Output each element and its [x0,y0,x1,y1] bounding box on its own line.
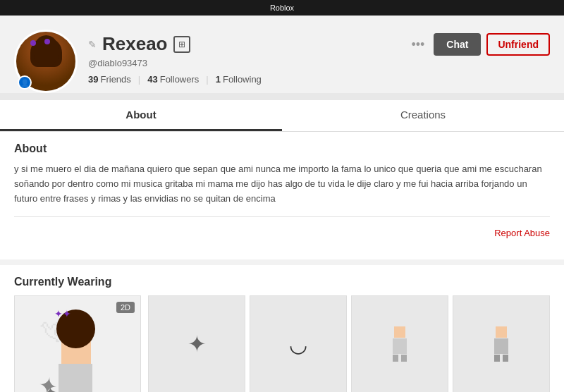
svg-rect-4 [496,326,507,338]
followers-stat[interactable]: 43 Followers [147,74,199,85]
char-accessory: ✦✦ [54,308,71,319]
avatar-container: 👤 [14,30,78,93]
about-title: About [14,142,550,155]
action-buttons: ••• Chat Unfriend [411,33,550,56]
char1-svg [386,326,414,362]
followers-count: 43 [147,74,157,85]
tab-creations[interactable]: Creations [282,100,564,131]
about-text: y si me muero el dia de mañana quiero qu… [14,162,550,206]
profile-header: 👤 ✎ Rexeao ⊞ @diablo93473 39 Friends | 4 [0,16,564,93]
following-label: Following [223,74,262,85]
stats-row: 39 Friends | 43 Followers | 1 Following [88,74,550,85]
username: Rexeao [102,33,168,55]
char-torso [59,364,92,392]
svg-rect-3 [401,355,407,362]
following-stat[interactable]: 1 Following [216,74,262,85]
wearing-grid: 2D 🕊 ✦✦ ✦ ✦ [14,295,550,392]
top-bar: Roblox [0,0,564,16]
chat-button[interactable]: Chat [434,33,481,56]
item-char2[interactable] [453,295,550,392]
svg-rect-0 [394,326,405,338]
about-section: About y si me muero el dia de mañana qui… [0,132,564,259]
unfriend-button[interactable]: Unfriend [486,33,550,56]
wearing-title: Currently Wearing [14,276,550,288]
svg-rect-6 [494,355,500,362]
online-badge: 👤 [18,75,32,90]
item-shuriken[interactable]: ✦ [148,295,245,392]
tab-about[interactable]: About [0,100,282,131]
divider2: | [206,74,208,85]
svg-rect-1 [393,338,407,354]
followers-label: Followers [160,74,200,85]
roblox-symbol: ⊞ [178,39,185,49]
svg-rect-2 [393,355,398,362]
divider-line [14,216,550,217]
item-char1[interactable] [351,295,448,392]
edit-icon[interactable]: ✎ [88,39,97,50]
shuriken-icon: ✦ [188,331,207,357]
item-smile[interactable]: ◡ [250,295,347,392]
items-grid: ✦ ◡ [148,295,550,392]
svg-rect-7 [503,355,508,362]
following-count: 1 [216,74,221,85]
ninja-star-small-icon: ✦ [44,384,57,392]
friends-stat[interactable]: 39 Friends [88,74,131,85]
friends-label: Friends [100,74,130,85]
more-options-icon[interactable]: ••• [411,37,424,52]
character-render: 🕊 ✦✦ ✦ ✦ [32,302,123,392]
wearing-section: Currently Wearing 2D 🕊 ✦✦ ✦ [0,259,564,392]
divider1: | [138,74,140,85]
smile-icon: ◡ [289,332,307,357]
app-title: Roblox [270,4,294,12]
tabs-bar: About Creations [0,100,564,132]
char2-svg [487,326,515,362]
report-abuse-link[interactable]: Report Abuse [14,228,550,238]
friends-count: 39 [88,74,98,85]
avatar-3d-preview[interactable]: 2D 🕊 ✦✦ ✦ ✦ [14,295,141,392]
roblox-icon: ⊞ [173,36,190,53]
svg-rect-5 [494,338,508,354]
display-name: @diablo93473 [88,58,550,68]
person-icon: 👤 [20,79,29,87]
